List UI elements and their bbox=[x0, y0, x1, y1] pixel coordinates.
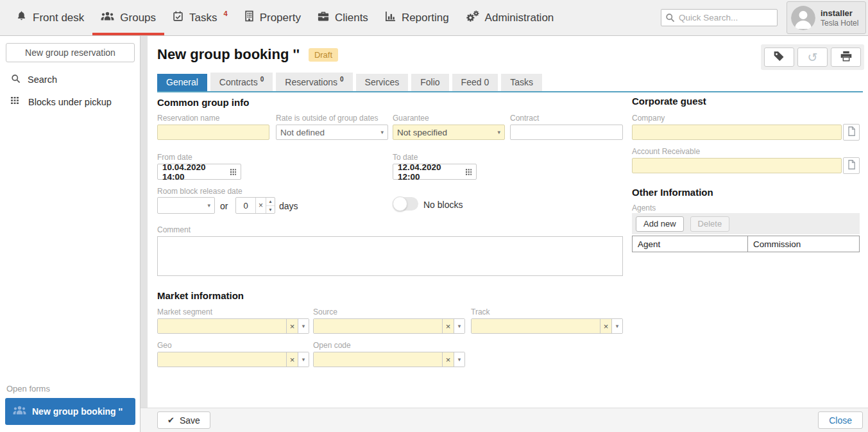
nav-item-label: Groups bbox=[120, 12, 156, 24]
briefcase-icon bbox=[318, 11, 329, 25]
step-down-icon[interactable]: ▼ bbox=[266, 206, 275, 214]
guarantee-select[interactable]: Not specified▾ bbox=[393, 125, 505, 140]
history-button[interactable]: ↺ bbox=[797, 48, 828, 67]
delete-agent-button[interactable]: Delete bbox=[690, 216, 730, 232]
agents-table-header-agent: Agent bbox=[633, 236, 748, 252]
footer-bar: ✔ Save Close bbox=[140, 408, 868, 432]
chevron-down-icon[interactable]: ▾ bbox=[298, 319, 309, 333]
nav-item-clients[interactable]: Clients bbox=[309, 0, 377, 35]
nav-item-reporting[interactable]: Reporting bbox=[377, 0, 457, 35]
or-text: or bbox=[220, 201, 228, 211]
new-group-reservation-button[interactable]: New group reservation bbox=[6, 43, 135, 62]
room-block-release-date-label: Room block release date bbox=[157, 187, 243, 196]
sidebar-item-blocks-under-pickup[interactable]: Blocks under pickup bbox=[0, 91, 140, 113]
nav-item-property[interactable]: Property bbox=[236, 0, 309, 35]
tab-reservations[interactable]: Reservations0 bbox=[276, 73, 352, 91]
market-segment-combo[interactable]: ×▾ bbox=[157, 318, 309, 334]
section-heading-corporate-guest: Corporate guest bbox=[632, 96, 706, 107]
users-icon bbox=[101, 11, 114, 25]
open-code-combo[interactable]: ×▾ bbox=[313, 352, 465, 367]
account-receivable-lookup-button[interactable] bbox=[843, 157, 860, 174]
chevron-down-icon: ▾ bbox=[207, 202, 210, 209]
step-up-icon[interactable]: ▲ bbox=[266, 198, 275, 206]
source-combo[interactable]: ×▾ bbox=[313, 318, 465, 334]
top-navigation: Front desk Groups Tasks4 Property Client… bbox=[0, 0, 868, 36]
add-new-agent-button[interactable]: Add new bbox=[636, 216, 684, 232]
company-input[interactable] bbox=[632, 125, 842, 140]
to-date-input[interactable]: 12.04.2020 12:00 bbox=[393, 164, 477, 180]
nav-item-label: Clients bbox=[335, 12, 368, 24]
chevron-down-icon[interactable]: ▾ bbox=[298, 352, 309, 367]
tab-feed[interactable]: Feed 0 bbox=[452, 74, 498, 91]
user-text: installer Tesla Hotel bbox=[821, 8, 858, 28]
rate-outside-select[interactable]: Not defined▾ bbox=[276, 125, 388, 140]
clear-icon[interactable]: × bbox=[600, 319, 611, 333]
save-button[interactable]: ✔ Save bbox=[157, 411, 210, 429]
nav-item-front-desk[interactable]: Front desk bbox=[8, 0, 92, 35]
chevron-down-icon[interactable]: ▾ bbox=[454, 319, 464, 333]
open-form-new-group-booking[interactable]: New group booking '' bbox=[5, 398, 135, 425]
agents-toolbar: Add new Delete bbox=[632, 213, 860, 234]
quick-search-input[interactable] bbox=[661, 9, 778, 26]
days-stepper: 0 × ▲▼ bbox=[235, 197, 275, 214]
toolbar-icon-strip: ↺ bbox=[761, 44, 864, 70]
open-form-label: New group booking '' bbox=[32, 406, 123, 417]
tab-contracts[interactable]: Contracts0 bbox=[210, 73, 273, 91]
chevron-down-icon: ▾ bbox=[497, 129, 500, 135]
chevron-down-icon[interactable]: ▾ bbox=[454, 352, 464, 367]
clear-icon[interactable]: × bbox=[442, 319, 454, 333]
from-date-input[interactable]: 10.04.2020 14:00 bbox=[157, 164, 241, 180]
sidebar-item-search[interactable]: Search bbox=[0, 68, 140, 91]
bar-chart-icon bbox=[385, 11, 396, 25]
nav-item-administration[interactable]: Administration bbox=[457, 0, 563, 35]
clear-icon[interactable]: × bbox=[442, 352, 454, 367]
search-icon bbox=[11, 74, 21, 85]
agents-table-header-commission: Commission bbox=[748, 236, 859, 252]
contract-input[interactable] bbox=[510, 125, 623, 140]
section-heading-other-information: Other Information bbox=[632, 187, 713, 198]
tab-general[interactable]: General bbox=[157, 74, 207, 91]
agents-table: Agent Commission bbox=[632, 236, 860, 252]
no-blocks-label: No blocks bbox=[423, 200, 463, 210]
track-label: Track bbox=[471, 307, 490, 316]
tab-services[interactable]: Services bbox=[356, 74, 409, 91]
comment-label: Comment bbox=[157, 225, 191, 234]
calendar-grid-icon bbox=[466, 169, 472, 175]
track-combo[interactable]: ×▾ bbox=[471, 318, 623, 334]
tags-button[interactable] bbox=[764, 48, 794, 67]
reservation-name-input[interactable] bbox=[157, 125, 269, 140]
user-property: Tesla Hotel bbox=[821, 19, 858, 28]
account-receivable-input[interactable] bbox=[632, 158, 842, 173]
guarantee-label: Guarantee bbox=[393, 114, 429, 123]
printer-icon bbox=[840, 51, 853, 64]
quick-search bbox=[661, 9, 778, 26]
geo-combo[interactable]: ×▾ bbox=[157, 352, 309, 367]
chevron-down-icon[interactable]: ▾ bbox=[611, 319, 622, 333]
comment-textarea[interactable] bbox=[157, 236, 623, 276]
nav-item-groups[interactable]: Groups bbox=[92, 0, 164, 35]
building-icon bbox=[244, 10, 254, 25]
room-block-release-date-select[interactable]: ▾ bbox=[157, 197, 215, 214]
company-lookup-button[interactable] bbox=[843, 124, 860, 141]
company-label: Company bbox=[632, 114, 665, 123]
print-button[interactable] bbox=[831, 48, 861, 67]
close-button[interactable]: Close bbox=[818, 411, 863, 429]
no-blocks-toggle[interactable] bbox=[393, 197, 418, 211]
sidebar-item-label: Search bbox=[28, 74, 57, 85]
main-panel: New group booking '' Draft ↺ General Con… bbox=[148, 36, 868, 408]
days-value[interactable]: 0 bbox=[236, 198, 255, 213]
tab-tasks[interactable]: Tasks bbox=[501, 74, 542, 91]
clear-icon[interactable]: × bbox=[255, 198, 266, 213]
clear-icon[interactable]: × bbox=[286, 352, 298, 367]
days-suffix: days bbox=[279, 201, 298, 211]
sidebar-item-label: Blocks under pickup bbox=[28, 97, 112, 107]
nav-item-tasks[interactable]: Tasks4 bbox=[164, 0, 236, 35]
section-heading-market-information: Market information bbox=[157, 290, 244, 301]
agents-label: Agents bbox=[632, 203, 656, 212]
clear-icon[interactable]: × bbox=[286, 319, 298, 333]
to-date-label: To date bbox=[393, 153, 418, 162]
tab-folio[interactable]: Folio bbox=[411, 74, 448, 91]
chevron-down-icon: ▾ bbox=[380, 129, 384, 135]
user-menu[interactable]: installer Tesla Hotel bbox=[787, 1, 866, 34]
status-badge: Draft bbox=[309, 48, 338, 62]
